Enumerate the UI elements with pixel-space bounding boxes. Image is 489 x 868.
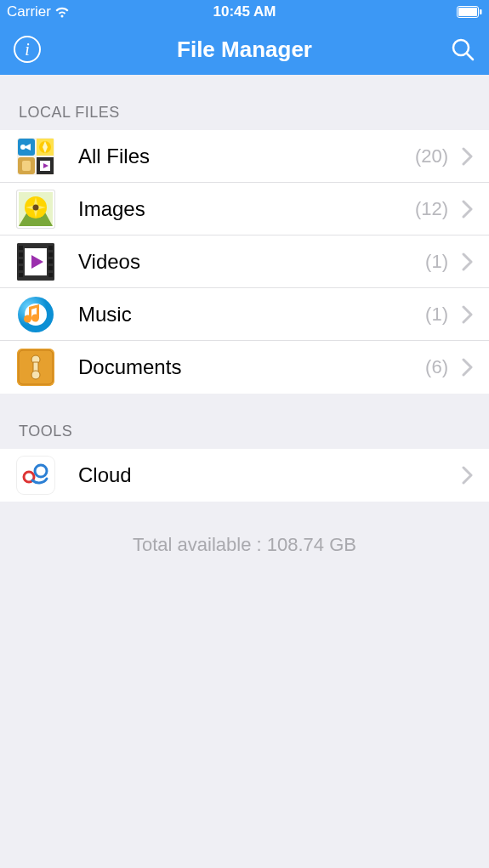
- nav-left: i: [14, 36, 41, 63]
- row-label: Documents: [78, 355, 425, 379]
- row-all-files[interactable]: All Files (20): [0, 130, 489, 183]
- svg-rect-17: [19, 246, 23, 250]
- svg-rect-19: [19, 259, 23, 264]
- carrier-label: Carrier: [7, 3, 51, 20]
- svg-rect-2: [480, 9, 482, 14]
- nav-right: [450, 37, 475, 62]
- chevron-right-icon: [462, 466, 474, 485]
- status-bar: Carrier 10:45 AM: [0, 0, 489, 24]
- row-videos[interactable]: Videos (1): [0, 235, 489, 288]
- list-local: All Files (20) Images (12): [0, 130, 489, 394]
- svg-point-36: [35, 465, 47, 477]
- all-files-icon: [17, 138, 54, 175]
- status-right: [457, 6, 482, 18]
- svg-rect-22: [48, 246, 53, 250]
- cloud-icon: [17, 457, 54, 494]
- row-documents[interactable]: Documents (6): [0, 341, 489, 394]
- row-label: Images: [78, 197, 415, 221]
- status-left: Carrier: [7, 3, 70, 20]
- svg-rect-26: [48, 273, 53, 277]
- row-count: (12): [415, 198, 448, 220]
- svg-rect-20: [19, 266, 23, 270]
- chevron-right-icon: [462, 358, 474, 377]
- music-icon: [17, 296, 54, 333]
- row-count: (1): [425, 304, 448, 326]
- svg-rect-1: [458, 8, 477, 16]
- row-label: Music: [78, 303, 425, 326]
- storage-footer: Total available : 108.74 GB: [0, 502, 489, 556]
- section-header-tools: TOOLS: [0, 394, 489, 449]
- chevron-right-icon: [462, 200, 474, 218]
- chevron-right-icon: [462, 147, 474, 166]
- svg-rect-25: [48, 266, 53, 270]
- svg-rect-10: [22, 161, 31, 171]
- videos-icon: [17, 243, 54, 281]
- svg-rect-21: [19, 273, 23, 277]
- svg-point-6: [20, 145, 26, 150]
- status-time: 10:45 AM: [213, 3, 276, 20]
- search-icon[interactable]: [450, 37, 475, 62]
- svg-line-4: [467, 54, 473, 60]
- row-images[interactable]: Images (12): [0, 183, 489, 235]
- row-count: (1): [425, 251, 448, 273]
- svg-rect-23: [48, 252, 53, 257]
- content: LOCAL FILES All Files (20): [0, 75, 489, 556]
- chevron-right-icon: [462, 305, 474, 324]
- images-icon: [17, 190, 54, 228]
- chevron-right-icon: [462, 252, 474, 271]
- wifi-icon: [54, 6, 70, 18]
- list-tools: Cloud: [0, 449, 489, 502]
- svg-rect-18: [19, 252, 23, 257]
- svg-point-15: [33, 204, 39, 210]
- row-label: Cloud: [78, 463, 462, 487]
- svg-rect-24: [48, 259, 53, 264]
- row-cloud[interactable]: Cloud: [0, 449, 489, 502]
- documents-icon: [17, 349, 54, 386]
- page-title: File Manager: [177, 37, 312, 63]
- nav-bar: i File Manager: [0, 24, 489, 75]
- svg-point-34: [31, 371, 40, 379]
- section-header-local: LOCAL FILES: [0, 75, 489, 130]
- row-label: Videos: [78, 250, 425, 274]
- row-count: (6): [425, 356, 448, 378]
- row-count: (20): [415, 145, 448, 167]
- row-label: All Files: [78, 145, 415, 168]
- battery-icon: [457, 6, 482, 18]
- row-music[interactable]: Music (1): [0, 288, 489, 341]
- info-icon[interactable]: i: [14, 36, 41, 63]
